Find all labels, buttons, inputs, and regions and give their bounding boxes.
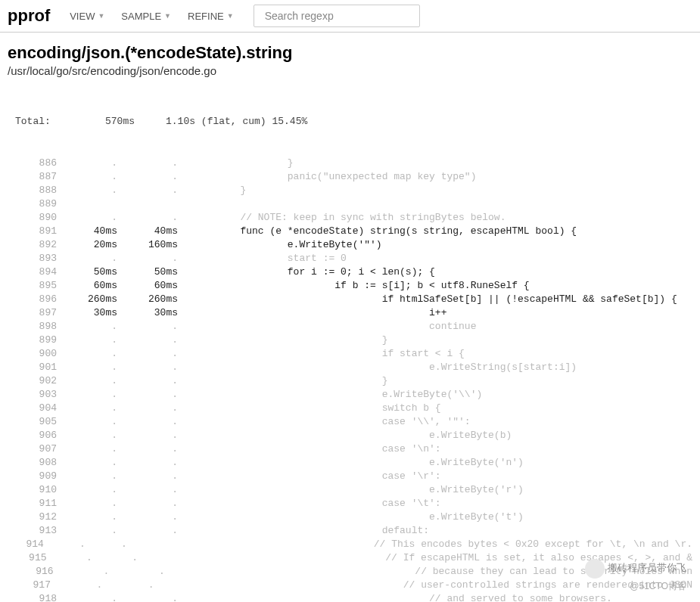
flat-time: . [57, 361, 117, 374]
line-number: 917 [15, 579, 51, 592]
cum-time: . [117, 483, 178, 497]
flat-time: 50ms [57, 265, 117, 279]
flat-time: . [57, 402, 117, 415]
cum-time: . [117, 456, 178, 470]
source-line: 917.. // user-controlled strings are ren… [8, 579, 692, 592]
flat-time: . [57, 347, 117, 361]
source-text: start := 0 [193, 252, 692, 265]
menu-view[interactable]: VIEW ▼ [65, 8, 109, 25]
source-line: 910.. e.WriteByte('r') [8, 483, 692, 497]
source-line: 903.. e.WriteByte('\\') [8, 388, 692, 402]
cum-time: . [117, 592, 178, 602]
content: encoding/json.(*encodeState).string /usr… [0, 33, 700, 602]
flat-time: . [57, 415, 117, 429]
source-text: e.WriteByte('t') [193, 510, 692, 524]
flat-time: . [57, 456, 117, 470]
source-text: // This encodes bytes < 0x20 except for … [138, 538, 692, 551]
line-number: 907 [15, 442, 57, 456]
cum-time: . [117, 497, 178, 510]
line-number: 899 [15, 334, 57, 347]
menu-refine-label: REFINE [188, 11, 224, 22]
cum-time: . [117, 442, 178, 456]
line-number: 890 [15, 211, 57, 225]
cum-time: 160ms [117, 238, 178, 252]
line-number: 916 [15, 565, 54, 579]
flat-time: . [57, 320, 117, 334]
cum-time: . [117, 361, 178, 374]
flat-time: . [57, 211, 117, 225]
line-number: 893 [15, 252, 57, 265]
cum-time: . [117, 334, 178, 347]
source-line: 901.. e.WriteString(s[start:i]) [8, 361, 692, 374]
flat-time: . [57, 442, 117, 456]
source-text: // because they can lead to security hol… [179, 565, 692, 579]
cum-time: . [117, 252, 178, 265]
totals-label: Total: [15, 116, 51, 127]
source-text: // NOTE: keep in sync with stringBytes b… [193, 211, 692, 225]
totals-cum: 1.10s [135, 115, 195, 129]
line-number: 915 [15, 551, 46, 565]
source-text: } [193, 374, 692, 388]
cum-time: . [117, 211, 178, 225]
source-line: 899.. } [8, 334, 692, 347]
source-line: 911.. case '\t': [8, 497, 692, 510]
line-number: 897 [15, 306, 57, 320]
menu-refine[interactable]: REFINE ▼ [183, 8, 238, 25]
flat-time: . [57, 252, 117, 265]
source-line: 893.. start := 0 [8, 252, 692, 265]
flat-time: . [57, 470, 117, 483]
brand[interactable]: pprof [8, 6, 50, 26]
source-line: 915.. // If escapeHTML is set, it also e… [8, 551, 692, 565]
line-number: 903 [15, 388, 57, 402]
line-number: 902 [15, 374, 57, 388]
source-text: // If escapeHTML is set, it also escapes… [149, 551, 692, 565]
chevron-down-icon: ▼ [98, 12, 104, 20]
flat-time: . [54, 565, 110, 579]
source-line: 913.. default: [8, 524, 692, 538]
totals-flat: 570ms [74, 115, 135, 129]
source-text: i++ [193, 306, 692, 320]
menu-sample[interactable]: SAMPLE ▼ [117, 8, 176, 25]
source-line: 89560ms60ms if b := s[i]; b < utf8.RuneS… [8, 279, 692, 293]
line-number: 896 [15, 293, 57, 306]
source-text: case '\r': [193, 470, 692, 483]
flat-time: . [57, 497, 117, 510]
source-text: e.WriteByte('\\') [193, 388, 692, 402]
flat-time: 40ms [57, 225, 117, 238]
source-text: // and served to some browsers. [193, 592, 692, 602]
source-line: 916.. // because they can lead to securi… [8, 565, 692, 579]
cum-time: . [117, 402, 178, 415]
source-line: 918.. // and served to some browsers. [8, 592, 692, 602]
source-text: // user-controlled strings are rendered … [167, 579, 692, 592]
flat-time: 60ms [57, 279, 117, 293]
page-title: encoding/json.(*encodeState).string [8, 43, 692, 63]
flat-time: 30ms [57, 306, 117, 320]
source-text [193, 197, 692, 211]
flat-time: . [57, 157, 117, 170]
totals-meta: (flat, cum) 15.45% [201, 116, 307, 127]
source-text: } [193, 157, 692, 170]
toolbar: pprof VIEW ▼ SAMPLE ▼ REFINE ▼ [0, 0, 700, 33]
source-text: if start < i { [193, 347, 692, 361]
flat-time: . [57, 170, 117, 184]
cum-time: . [117, 184, 178, 197]
line-number: 901 [15, 361, 57, 374]
source-line: 89730ms30ms i++ [8, 306, 692, 320]
source-text: e.WriteByte(b) [193, 429, 692, 442]
source-line: 907.. case '\n': [8, 442, 692, 456]
cum-time: . [117, 415, 178, 429]
menu-sample-label: SAMPLE [121, 11, 161, 22]
source-text: if b := s[i]; b < utf8.RuneSelf { [193, 279, 692, 293]
line-number: 914 [15, 538, 44, 551]
cum-time: 50ms [117, 265, 178, 279]
flat-time: . [46, 551, 92, 565]
search-input[interactable] [254, 5, 420, 27]
flat-time: . [57, 524, 117, 538]
flat-time: . [44, 538, 86, 551]
source-text: e.WriteString(s[start:i]) [193, 361, 692, 374]
source-line: 890.. // NOTE: keep in sync with stringB… [8, 211, 692, 225]
line-number: 905 [15, 415, 57, 429]
source-line: 89140ms40ms func (e *encodeState) string… [8, 225, 692, 238]
source-text: panic("unexpected map key type") [193, 170, 692, 184]
line-number: 900 [15, 347, 57, 361]
